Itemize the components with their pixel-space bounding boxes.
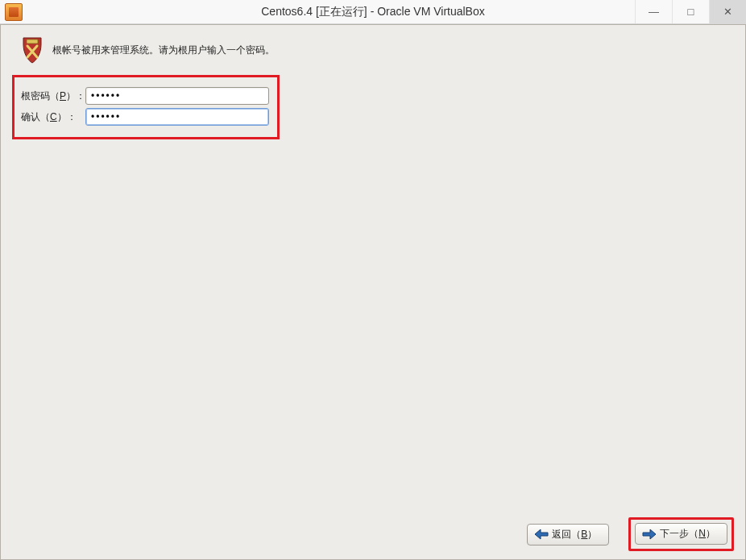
window-controls: — □ ✕ — [635, 0, 746, 23]
root-password-accel: P — [60, 90, 66, 102]
close-button[interactable]: ✕ — [709, 0, 746, 23]
maximize-button[interactable]: □ — [672, 0, 709, 23]
confirm-password-row: 确认（C）： — [21, 108, 269, 126]
forward-arrow-icon — [642, 529, 657, 540]
confirm-password-label-post: ）： — [57, 111, 77, 122]
confirm-password-label-pre: 确认（ — [21, 111, 50, 122]
minimize-button[interactable]: — — [635, 0, 672, 23]
confirm-password-input[interactable] — [85, 108, 269, 126]
next-accel: N — [698, 528, 706, 539]
virtualbox-icon — [5, 3, 23, 21]
back-label-pre: 返回（ — [552, 529, 581, 540]
back-label-post: ） — [587, 529, 597, 540]
confirm-password-accel: C — [50, 111, 57, 122]
next-label-pre: 下一步（ — [660, 528, 698, 539]
info-row: 根帐号被用来管理系统。请为根用户输入一个密码。 — [9, 36, 737, 64]
next-button-label: 下一步（N） — [660, 527, 715, 541]
next-label-post: ） — [706, 528, 715, 539]
back-button[interactable]: 返回（B） — [527, 524, 609, 545]
svg-rect-0 — [27, 39, 38, 44]
root-password-input[interactable] — [85, 87, 269, 105]
next-button[interactable]: 下一步（N） — [635, 523, 727, 545]
password-form-highlight: 根密码（P）： 确认（C）： — [12, 75, 280, 139]
back-arrow-icon — [534, 529, 549, 540]
footer-nav: 返回（B） 下一步（N） — [1, 517, 745, 551]
root-password-label: 根密码（P）： — [21, 89, 85, 103]
back-button-label: 返回（B） — [552, 528, 597, 541]
info-message: 根帐号被用来管理系统。请为根用户输入一个密码。 — [52, 44, 275, 57]
root-password-row: 根密码（P）： — [21, 87, 269, 105]
window-titlebar: Centos6.4 [正在运行] - Oracle VM VirtualBox … — [0, 0, 746, 24]
guest-content: 根帐号被用来管理系统。请为根用户输入一个密码。 根密码（P）： 确认（C）： 返… — [0, 24, 746, 560]
root-password-label-post: ）： — [66, 90, 85, 102]
root-password-label-pre: 根密码（ — [21, 90, 60, 102]
shield-lock-icon — [20, 36, 44, 64]
confirm-password-label: 确认（C）： — [21, 110, 85, 124]
next-button-highlight: 下一步（N） — [628, 517, 734, 551]
